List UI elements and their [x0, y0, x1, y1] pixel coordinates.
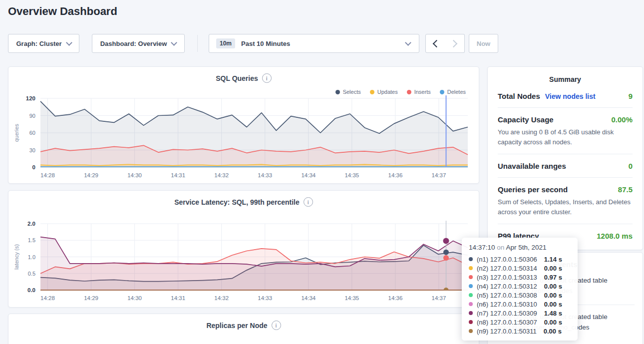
y-axis-tick-label: 30	[29, 147, 35, 153]
service-latency-chart[interactable]: 0.00.51.01.52.014:2814:2914:3014:3114:32…	[8, 191, 480, 308]
x-axis-tick-label: 14:28	[40, 172, 55, 178]
sql-queries-legend: SelectsUpdatesInsertsDeletes	[335, 89, 466, 95]
legend-item-selects[interactable]: Selects	[335, 89, 361, 95]
tooltip-time: 14:37:10	[469, 244, 495, 251]
graph-dropdown[interactable]: Graph: Cluster	[8, 34, 79, 53]
unavailable-ranges-row: Unavailable ranges 0	[498, 154, 633, 178]
dashboard-dropdown-label: Dashboard: Overview	[100, 40, 167, 47]
legend-item-updates[interactable]: Updates	[370, 89, 398, 95]
x-axis-tick-label: 14:35	[344, 172, 359, 178]
time-range-badge: 10m	[216, 38, 235, 48]
x-axis-tick-label: 14:34	[301, 172, 316, 178]
tooltip-row: (n7) 127.0.0.1:503091.48 s	[469, 309, 571, 318]
sql-queries-chart[interactable]: 030609012014:2814:2914:3014:3114:3214:33…	[8, 67, 480, 184]
time-range-dropdown[interactable]: 10m Past 10 Minutes	[209, 34, 419, 53]
x-axis-tick-label: 14:32	[214, 295, 229, 301]
legend-item-inserts[interactable]: Inserts	[407, 89, 431, 95]
tooltip-node-value: 0.00 s	[544, 283, 562, 290]
p99-latency-value: 1208.0 ms	[597, 232, 633, 240]
series-color-dot	[469, 302, 473, 306]
series-color-dot	[469, 275, 473, 279]
queries-per-second-label: Queries per second	[498, 185, 568, 194]
legend-label: Deletes	[447, 89, 466, 95]
tooltip-node-label: (n8) 127.0.0.1:50307	[477, 319, 537, 326]
x-axis-tick-label: 14:37	[432, 295, 446, 301]
tooltip-row: (n6) 127.0.0.1:503100.00 s	[469, 300, 571, 309]
hover-point-dot	[443, 255, 449, 261]
sql-queries-panel: 030609012014:2814:2914:3014:3114:3214:33…	[8, 66, 479, 184]
chevron-right-icon	[450, 39, 458, 47]
legend-color-dot	[335, 90, 340, 94]
summary-title: Summary	[498, 75, 633, 83]
tooltip-timestamp: 14:37:10 on Apr 5th, 2021	[469, 244, 571, 251]
now-button[interactable]: Now	[469, 34, 498, 53]
series-color-dot	[469, 311, 473, 315]
series-color-dot	[469, 293, 473, 297]
info-icon[interactable]: i	[272, 321, 281, 330]
legend-label: Inserts	[414, 89, 431, 95]
tooltip-row: (n8) 127.0.0.1:503070.00 s	[469, 318, 571, 327]
tooltip-node-value: 0.00 s	[544, 319, 562, 326]
tooltip-date: Apr 5th, 2021	[506, 244, 546, 251]
previous-time-button[interactable]	[425, 34, 445, 53]
replicas-per-node-chart-title: Replicas per Node	[206, 322, 267, 330]
service-latency-panel: 0.00.51.01.52.014:2814:2914:3014:3114:32…	[8, 190, 479, 308]
x-axis-tick-label: 14:30	[127, 295, 142, 301]
tooltip-row: (n1) 127.0.0.1:503061.14 s	[469, 255, 571, 264]
tooltip-node-label: (n5) 127.0.0.1:50308	[477, 292, 537, 299]
y-axis-tick-label: 60	[29, 130, 35, 136]
tooltip-row: (n4) 127.0.0.1:503120.00 s	[469, 282, 571, 291]
series-color-dot	[469, 284, 473, 288]
legend-label: Selects	[343, 89, 361, 95]
dashboard-dropdown[interactable]: Dashboard: Overview	[92, 34, 185, 53]
x-axis-tick-label: 14:30	[127, 172, 142, 178]
x-axis-tick-label: 14:33	[258, 295, 272, 301]
y-axis-tick-label: 120	[26, 95, 35, 101]
tooltip-node-value: 0.97 s	[544, 274, 562, 281]
x-axis-tick-label: 14:31	[171, 172, 185, 178]
x-axis-tick-label: 14:36	[388, 172, 403, 178]
tooltip-node-label: (n3) 127.0.0.1:50313	[477, 274, 537, 281]
y-axis-tick-label: 0.0	[27, 287, 35, 293]
x-axis-tick-label: 14:28	[40, 295, 55, 301]
toolbar-divider	[197, 35, 198, 52]
hover-point-dot	[443, 238, 449, 244]
chevron-down-icon	[171, 39, 177, 46]
y-axis-title: queries	[13, 123, 19, 142]
now-button-label: Now	[477, 40, 490, 47]
legend-color-dot	[370, 90, 374, 94]
tooltip-node-label: (n1) 127.0.0.1:50306	[477, 256, 537, 263]
chart-hover-tooltip: 14:37:10 on Apr 5th, 2021 (n1) 127.0.0.1…	[462, 238, 578, 341]
series-color-dot	[469, 257, 473, 261]
legend-item-deletes[interactable]: Deletes	[440, 89, 466, 95]
x-axis-tick-label: 14:37	[432, 172, 446, 178]
tooltip-rows: (n1) 127.0.0.1:503061.14 s(n2) 127.0.0.1…	[469, 255, 571, 336]
tooltip-node-label: (n6) 127.0.0.1:50310	[477, 301, 537, 308]
tooltip-node-label: (n4) 127.0.0.1:50312	[477, 283, 537, 290]
x-axis-tick-label: 14:33	[258, 172, 272, 178]
unavailable-ranges-value: 0	[629, 162, 633, 170]
x-axis-tick-label: 14:29	[84, 172, 98, 178]
series-color-dot	[469, 320, 473, 324]
chevron-down-icon	[66, 39, 72, 46]
summary-panel: Summary Total Nodes View nodes list 9 Ca…	[487, 66, 643, 250]
chart-title-row: Service Latency: SQL, 99th percentile i	[8, 197, 479, 207]
tooltip-node-value: 0.00 s	[544, 265, 562, 272]
capacity-usage-description: You are using 0 B of 4.5 GiB usable disk…	[498, 127, 633, 147]
tooltip-preposition: on	[497, 244, 504, 251]
time-range-label: Past 10 Minutes	[241, 40, 290, 47]
page-title: Overview Dashboard	[8, 5, 117, 18]
queries-per-second-row: Queries per second 87.5 Sum of Selects, …	[498, 178, 633, 224]
view-nodes-list-link[interactable]: View nodes list	[545, 92, 596, 100]
tooltip-node-value: 1.48 s	[544, 310, 562, 317]
next-time-button[interactable]	[445, 34, 465, 53]
x-axis-tick-label: 14:35	[344, 295, 359, 301]
chevron-left-icon	[432, 39, 440, 47]
x-axis-tick-label: 14:31	[171, 295, 185, 301]
info-icon[interactable]: i	[262, 73, 272, 83]
info-icon[interactable]: i	[304, 197, 313, 207]
tooltip-row: (n5) 127.0.0.1:503080.00 s	[469, 291, 571, 300]
unavailable-ranges-label: Unavailable ranges	[498, 162, 566, 170]
sql-queries-chart-title: SQL Queries	[216, 74, 258, 82]
series-color-dot	[469, 266, 473, 270]
